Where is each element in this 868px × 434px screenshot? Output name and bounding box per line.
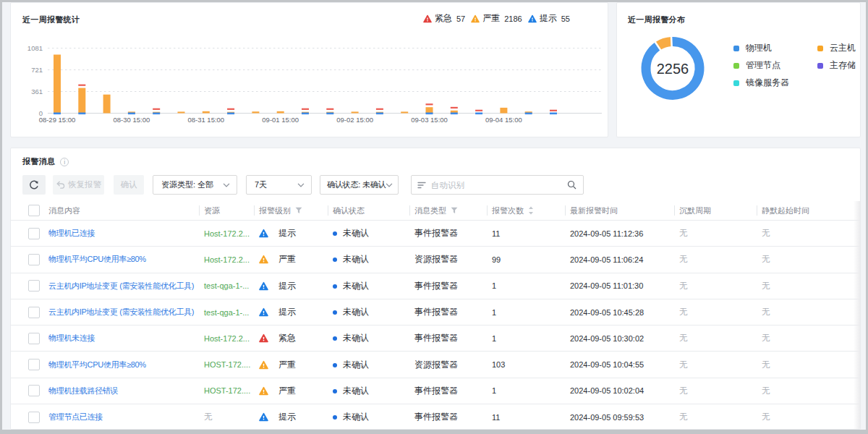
message-link[interactable]: 物理机平均CPU使用率≥80% (48, 255, 146, 263)
bar-info[interactable] (451, 113, 458, 115)
bar-severe[interactable] (203, 111, 210, 114)
row-checkbox[interactable] (28, 333, 40, 344)
level-cell: 提示 (254, 227, 328, 239)
message-link[interactable]: 云主机内IP地址变更 (需安装性能优化工具) (48, 281, 194, 290)
resource-type-select[interactable]: 资源类型: 全部 (153, 175, 237, 195)
bar-severe[interactable] (78, 88, 85, 114)
resource-cell[interactable]: Host-172.2... (199, 229, 254, 238)
count-cell: 1 (487, 281, 565, 290)
period-select[interactable]: 7天 (246, 175, 312, 195)
bar-urgent[interactable] (227, 109, 234, 110)
table-row[interactable]: 物理机已连接 Host-172.2... 提示 未确认 事件报警器 11 202… (11, 220, 860, 246)
row-checkbox[interactable] (28, 412, 40, 423)
donut-legend-item[interactable]: 主存储 (817, 60, 856, 71)
status-cell: 未确认 (328, 411, 409, 423)
bar-info[interactable] (128, 113, 135, 115)
resource-cell[interactable]: HOST-172.... (199, 360, 254, 369)
row-checkbox[interactable] (28, 307, 40, 318)
bar-severe[interactable] (103, 95, 111, 114)
ack-state-value: 确认状态: 未确认 (327, 179, 386, 190)
message-link[interactable]: 云主机内IP地址变更 (需安装性能优化工具) (48, 307, 194, 316)
bar-urgent[interactable] (376, 109, 383, 110)
message-link[interactable]: 物理机未连接 (48, 333, 95, 342)
search-input[interactable] (431, 181, 567, 190)
row-checkbox[interactable] (28, 254, 40, 265)
bar-info[interactable] (426, 113, 433, 115)
bar-info[interactable] (326, 113, 333, 115)
message-link[interactable]: 物理机平均CPU使用率≥80% (48, 360, 146, 369)
bar-severe[interactable] (252, 111, 259, 113)
donut-legend-item[interactable]: 物理机 (733, 43, 772, 54)
bar-info[interactable] (376, 113, 383, 115)
donut-legend-item[interactable]: 镜像服务器 (733, 77, 789, 88)
confirm-button[interactable]: 确认 (114, 175, 144, 195)
row-checkbox[interactable] (28, 359, 40, 370)
level-cell: 严重 (254, 359, 328, 371)
bar-severe[interactable] (500, 108, 507, 114)
table-row[interactable]: 物理机平均CPU使用率≥80% HOST-172.... 严重 未确认 资源报警… (11, 351, 860, 377)
resource-cell[interactable]: HOST-172.... (199, 386, 254, 395)
row-checkbox[interactable] (28, 385, 40, 396)
bar-severe[interactable] (401, 111, 408, 113)
count-cell: 11 (487, 229, 565, 238)
dashboard-page: 近一周报警统计 紧急 57 严重 2186 提示 55 036172110810… (2, 2, 866, 430)
resource-cell[interactable]: test-qga-1-... (199, 308, 254, 317)
level-cell: 严重 (254, 253, 328, 265)
select-all-checkbox[interactable] (28, 205, 40, 216)
message-link[interactable]: 物理机已连接 (48, 229, 95, 237)
bar-info[interactable] (54, 113, 61, 115)
chevron-down-icon (223, 183, 230, 187)
filter-funnel-icon[interactable] (295, 207, 302, 214)
bar-severe[interactable] (54, 55, 61, 114)
donut-total: 2256 (657, 61, 689, 77)
bar-urgent[interactable] (426, 103, 433, 105)
row-checkbox[interactable] (28, 228, 40, 239)
donut-segment-云主机[interactable] (658, 42, 672, 46)
bar-urgent[interactable] (326, 109, 333, 110)
bar-info[interactable] (78, 113, 85, 115)
filter-lines-icon (417, 181, 426, 190)
sorter-icon[interactable] (528, 206, 534, 215)
message-link[interactable]: 物理机挂载路径错误 (48, 386, 118, 395)
bar-info[interactable] (475, 113, 482, 115)
table-row[interactable]: 物理机挂载路径错误 HOST-172.... 严重 未确认 事件报警器 1 20… (11, 378, 860, 404)
bar-info[interactable] (525, 113, 532, 115)
table-row[interactable]: 管理节点已连接 无 提示 未确认 事件报警器 11 2024-09-05 09:… (11, 404, 860, 430)
bar-severe[interactable] (352, 111, 359, 113)
table-row[interactable]: 物理机未连接 Host-172.2... 紧急 未确认 事件报警器 1 2024… (11, 325, 860, 351)
checkbox-cell (11, 228, 48, 239)
bar-urgent[interactable] (475, 110, 482, 111)
donut-legend-item[interactable]: 管理节点 (733, 60, 780, 71)
refresh-button[interactable] (22, 175, 46, 195)
donut-legend-item[interactable]: 云主机 (817, 43, 856, 54)
bar-info[interactable] (153, 113, 160, 115)
info-icon[interactable]: i (60, 158, 69, 166)
table-row[interactable]: 云主机内IP地址变更 (需安装性能优化工具) test-qga-1-... 提示… (11, 299, 860, 325)
table-row[interactable]: 物理机平均CPU使用率≥80% Host-172.2... 严重 未确认 资源报… (11, 246, 860, 272)
row-checkbox[interactable] (28, 280, 40, 292)
bar-severe[interactable] (277, 111, 284, 114)
bar-severe[interactable] (426, 107, 433, 113)
bar-severe[interactable] (178, 111, 185, 113)
silence-start-cell: 无 (757, 228, 860, 239)
x-tick-label: 08-30 15:00 (114, 116, 150, 124)
resource-cell[interactable]: test-qga-1-... (199, 281, 254, 290)
filter-funnel-icon[interactable] (451, 207, 458, 214)
table-row[interactable]: 云主机内IP地址变更 (需安装性能优化工具) test-qga-1-... 提示… (11, 273, 860, 299)
resource-cell[interactable]: Host-172.2... (199, 255, 254, 264)
restore-alarm-label: 恢复报警 (68, 179, 101, 190)
bar-urgent[interactable] (550, 110, 557, 111)
bar-urgent[interactable] (302, 109, 309, 110)
status-dot-icon (333, 258, 337, 262)
resource-cell[interactable]: Host-172.2... (199, 334, 254, 343)
bar-info[interactable] (550, 113, 557, 115)
message-link[interactable]: 管理节点已连接 (48, 412, 103, 421)
restore-alarm-button[interactable]: 恢复报警 (53, 175, 104, 195)
ack-state-select[interactable]: 确认状态: 未确认 (320, 175, 399, 195)
status-cell: 未确认 (328, 332, 409, 344)
bar-urgent[interactable] (78, 85, 85, 86)
bar-urgent[interactable] (451, 107, 458, 109)
bar-urgent[interactable] (153, 109, 160, 110)
bar-info[interactable] (227, 113, 234, 115)
bar-info[interactable] (302, 113, 309, 115)
